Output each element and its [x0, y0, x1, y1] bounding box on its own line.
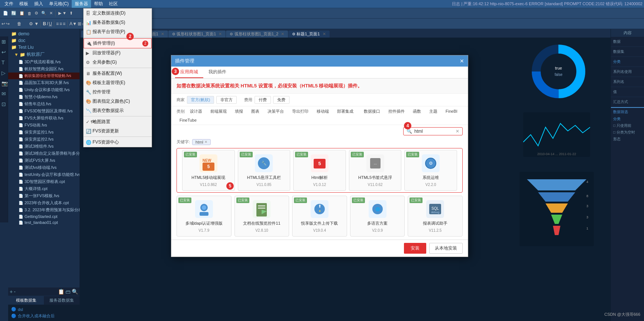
- dm-define-datasource[interactable]: 🗄 定义数据连接(D): [84, 9, 152, 18]
- content-tab-3[interactable]: ⚙ 弧形柱状形图1_页面1 ✕: [168, 31, 226, 38]
- border-btn[interactable]: ⊞: [78, 21, 81, 26]
- tree-file-4[interactable]: 📄 Unity.会议和多功能馆.fvs: [8, 86, 80, 93]
- delete-btn[interactable]: 🗑: [17, 21, 22, 26]
- filter-free[interactable]: 免费: [273, 96, 289, 104]
- tree-file-13[interactable]: 📄 测试3维自定义场景弹框与多分页.f: [8, 150, 80, 157]
- plugin-card-file-upload[interactable]: 已安装 ⬆ ★ 悦享版文件上传下载 V19.0.4: [292, 196, 347, 237]
- keyword-remove-btn[interactable]: ✕: [204, 140, 207, 144]
- rp-filter-empty[interactable]: □ 分类为空时: [613, 129, 642, 136]
- rp-shape[interactable]: 形态: [613, 136, 642, 142]
- tree-file-9[interactable]: 📄 FVS动画.fvs: [8, 122, 80, 129]
- underline-btn[interactable]: U: [49, 21, 52, 26]
- ds-icon1[interactable]: 📋: [58, 289, 64, 295]
- filter-paid[interactable]: 付费: [255, 96, 271, 104]
- rp-series-use[interactable]: 系列名使用: [613, 68, 642, 75]
- tree-file-23[interactable]: 📄 test_tianbao01.cpt: [8, 219, 80, 225]
- content-tab-4[interactable]: ⚙ 弧形柱状形图1_页面1_2 ✕: [226, 31, 288, 38]
- dm-global-param[interactable]: ⚙ 全局参数(G): [84, 58, 152, 67]
- align-right[interactable]: ≡: [63, 21, 65, 26]
- tab-template-dataset[interactable]: 模板数据集: [8, 296, 44, 305]
- rp-dataset[interactable]: 数据集: [613, 48, 642, 55]
- tree-doc[interactable]: 📁 doc: [8, 37, 80, 44]
- font-color[interactable]: A▼: [69, 21, 77, 26]
- dm-server-config[interactable]: 🖥 服务器配置(W): [84, 69, 152, 78]
- dm-chart-empty[interactable]: 📉 图表空数据提示: [84, 106, 152, 115]
- plugin-card-html5-bookmark[interactable]: 已安装 ... HTML5书签式悬浮 V11.0.62: [349, 150, 402, 191]
- cat-function[interactable]: 函数: [410, 108, 424, 115]
- ds-item-1[interactable]: 🔵 dsl: [11, 306, 77, 312]
- filter-official[interactable]: 官方(帆软): [187, 96, 214, 104]
- plugin-card-html5-mobile[interactable]: 已安装 NEW 5 HTML5移动端展现 V11.0.862: [182, 150, 235, 191]
- dm-widget-manage[interactable]: 🔧 控件管理: [84, 87, 152, 97]
- dm-server-dataset[interactable]: 📊 服务器数据集(S): [84, 18, 152, 27]
- toolbar-new[interactable]: 📄: [1, 10, 10, 16]
- tree-file-16[interactable]: 📄 testUnity.会议厅和多功能馆.fvs: [8, 171, 80, 178]
- toolbar-preview[interactable]: ▶ ▼: [57, 10, 68, 16]
- sidebar-icon-6[interactable]: ✉: [0, 89, 8, 99]
- tree-file-10[interactable]: 📄 保安房监控1.fvs: [8, 129, 80, 136]
- rp-filter-front[interactable]: □ 只使用前: [613, 122, 642, 129]
- cat-fill[interactable]: 填报: [232, 108, 246, 115]
- undo-btn[interactable]: ↩: [1, 21, 5, 26]
- filter-unofficial[interactable]: 非官方: [216, 96, 237, 104]
- ds-icon3[interactable]: 🔍: [72, 289, 78, 295]
- rp-value[interactable]: 值: [613, 89, 642, 95]
- sidebar-icon-5[interactable]: 📷: [0, 78, 8, 89]
- tab-close-5[interactable]: ✕: [323, 32, 326, 36]
- cat-mobile[interactable]: 移动端: [314, 108, 332, 115]
- content-tab-5[interactable]: ⚙ 标题1_页面1 ✕: [288, 31, 329, 38]
- cat-frontend[interactable]: 前端展现: [207, 108, 230, 115]
- cat-widget[interactable]: 控件插件: [385, 108, 408, 115]
- menu-cell[interactable]: 单元格(C): [46, 0, 72, 8]
- tree-file-highlight[interactable]: 📄 帆软集团综合管理驾驶舱.fvs: [8, 73, 80, 79]
- dm-template-theme[interactable]: 🎨 模板主题管理(E): [84, 78, 152, 87]
- cat-theme[interactable]: 主题: [426, 108, 440, 115]
- tree-file-18[interactable]: 📄 大概详情.cpt: [8, 185, 80, 192]
- cat-datasource[interactable]: 数据接口: [361, 108, 383, 115]
- tree-file-17[interactable]: 📄 3D智慧园区弹框表.cpt: [8, 178, 80, 185]
- tree-file-1[interactable]: 📄 3D产线流程看板.fvs: [8, 58, 80, 65]
- tree-file-3[interactable]: 📄 晶固加工车间3D大屏.fvs: [8, 79, 80, 86]
- cat-deploy[interactable]: 部署集成: [334, 108, 356, 115]
- tree-file-19[interactable]: 📄 第一张FVS模板.fvs: [8, 192, 80, 199]
- remove-item-btn[interactable]: -: [14, 289, 16, 295]
- menu-community[interactable]: 社区: [106, 0, 121, 8]
- plugin-card-ldapi[interactable]: 已安装 多域ldapi认证增强版 V1.7.9: [177, 196, 232, 237]
- sidebar-icon-3[interactable]: T: [0, 57, 8, 68]
- tab-close-2[interactable]: ✕: [161, 32, 164, 36]
- tree-file-22[interactable]: 📄 GettingStarted.cpt: [8, 214, 80, 219]
- search-input[interactable]: [414, 129, 453, 134]
- toolbar-close[interactable]: ✕: [48, 10, 54, 16]
- dialog-tab-appstore[interactable]: 应用商城: [175, 67, 203, 78]
- search-clear-btn[interactable]: ✕: [456, 129, 459, 134]
- dialog-tab-myplugins[interactable]: 我的插件: [203, 67, 232, 78]
- dm-chart-color[interactable]: 🎨 图表指定义颜色(C): [84, 97, 152, 106]
- rp-summary[interactable]: 汇总方式: [613, 99, 642, 105]
- cat-designer[interactable]: 设计器: [187, 108, 205, 115]
- tree-file-11[interactable]: 📄 保安房监控2.fvs: [8, 136, 80, 143]
- tree-file-20[interactable]: 📄 2023年合并收入成本.cpt: [8, 199, 80, 206]
- tree-file-7[interactable]: 📄 FVS3D智慧园区及弹框.fvs: [8, 107, 80, 115]
- cat-chart[interactable]: 图表: [248, 108, 262, 115]
- redo-btn[interactable]: ↪: [6, 21, 10, 26]
- toolbar-export[interactable]: ⬆: [68, 10, 74, 16]
- dm-report-platform[interactable]: 📋 报表平台管理(P): [84, 27, 152, 36]
- dm-map-config[interactable]: ✓ 🗺 地图路置: [84, 117, 152, 126]
- toolbar-copy[interactable]: 📋: [18, 10, 26, 16]
- plugin-card-sysops[interactable]: 已安装 ⚙ 系统运维 V2.2.0: [404, 150, 457, 191]
- cat-finebi[interactable]: FineBI: [443, 108, 460, 114]
- tree-file-14[interactable]: 📄 测试FVS大屏.fvs: [8, 157, 80, 164]
- dm-playback[interactable]: ▶ 回放管理器(F): [84, 48, 152, 58]
- rp-series[interactable]: 系列名: [613, 78, 642, 85]
- plugin-card-report-debug[interactable]: 已安装 SQL debug 报表调试助手 V11.2.5: [408, 196, 463, 237]
- align-center[interactable]: ≡: [59, 21, 62, 26]
- bold-btn[interactable]: B: [43, 21, 46, 26]
- ds-icon2[interactable]: 🗃: [65, 289, 71, 295]
- sidebar-icon-4[interactable]: ▷: [0, 68, 8, 78]
- tab-server-dataset[interactable]: 服务器数据集: [44, 296, 80, 305]
- install-btn[interactable]: 安装: [404, 243, 426, 254]
- plugin-card-html-parse[interactable]: 已安装 5 Html解析 V1.0.12: [293, 150, 346, 191]
- plugin-card-doc-preview[interactable]: 已安装 文档在线预览控件11 V2.8.10: [234, 196, 289, 237]
- tree-fanruan[interactable]: ▼ 📁 帆软原厂: [8, 51, 80, 58]
- sidebar-icon-1[interactable]: ⊞: [0, 36, 8, 47]
